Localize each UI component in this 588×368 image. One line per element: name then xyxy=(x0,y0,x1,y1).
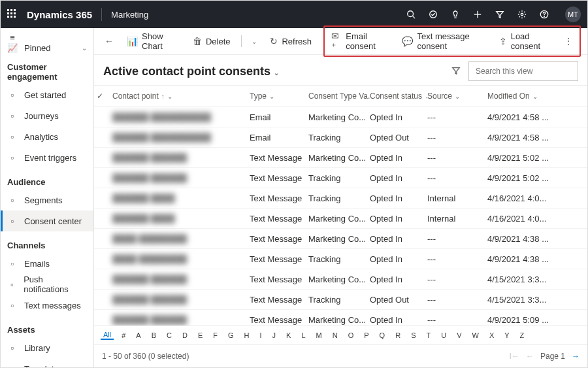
load-consent-button[interactable]: ⇪Load consent xyxy=(495,29,557,54)
first-page-button[interactable]: I← xyxy=(510,352,519,361)
cell-source: Internal xyxy=(427,214,487,224)
alpha-T[interactable]: T xyxy=(423,331,433,339)
alpha-Z[interactable]: Z xyxy=(517,331,527,339)
alpha-F[interactable]: F xyxy=(210,331,220,339)
alpha-K[interactable]: K xyxy=(284,331,293,339)
search-field[interactable] xyxy=(474,66,575,76)
table-row[interactable]: ██████ ██████Text MessageTrackingOpted I… xyxy=(94,168,587,188)
alpha-E[interactable]: E xyxy=(195,331,205,339)
cell-consent-type-value: Marketing Co... xyxy=(308,153,370,163)
sidebar-item-journeys[interactable]: ▫Journeys xyxy=(1,105,93,126)
lightbulb-icon[interactable] xyxy=(450,9,461,20)
add-icon[interactable] xyxy=(472,9,483,20)
sidebar-group-header: Customer engagement xyxy=(1,53,93,84)
alpha-#[interactable]: # xyxy=(119,331,128,339)
alpha-S[interactable]: S xyxy=(408,331,418,339)
search-input[interactable] xyxy=(468,61,578,81)
grid-body[interactable]: ██████ ██████████EmailMarketing Co...Opt… xyxy=(94,107,587,326)
filter-icon[interactable] xyxy=(495,9,505,20)
col-contact-point[interactable]: Contact point↑⌄ xyxy=(112,92,250,101)
table-row[interactable]: ██████ ██████Text MessageTrackingOpted O… xyxy=(94,290,587,310)
app-launcher-icon[interactable] xyxy=(7,9,18,20)
sidebar-item-templates[interactable]: ▫Templates xyxy=(1,358,93,367)
alpha-C[interactable]: C xyxy=(164,331,174,339)
alpha-H[interactable]: H xyxy=(242,331,252,339)
sidebar-item-segments[interactable]: ▫Segments xyxy=(1,190,93,210)
alpha-B[interactable]: B xyxy=(149,331,159,339)
sidebar-item-consent-center[interactable]: ▫Consent center xyxy=(1,210,93,231)
more-commands-button[interactable]: ⋮ xyxy=(560,33,577,49)
cell-consent-type-value: Marketing Co... xyxy=(308,214,370,224)
table-row[interactable]: ██████ ██████████EmailMarketing Co...Opt… xyxy=(94,107,587,127)
text-consent-button[interactable]: 💬Text message consent xyxy=(398,29,492,54)
alpha-N[interactable]: N xyxy=(330,331,340,339)
show-chart-button[interactable]: 📊Show Chart xyxy=(123,29,184,54)
select-all[interactable]: ✓ xyxy=(97,92,112,101)
alpha-Y[interactable]: Y xyxy=(502,331,512,339)
help-icon[interactable] xyxy=(539,9,549,20)
avatar[interactable]: MT xyxy=(565,7,581,22)
back-button[interactable]: ← xyxy=(101,33,118,49)
col-consent-type-value[interactable]: Consent Type Va...⌄ xyxy=(308,92,370,101)
table-row[interactable]: ██████ ████Text MessageMarketing Co...Op… xyxy=(94,209,587,229)
alpha-All[interactable]: All xyxy=(101,331,114,340)
cell-source: --- xyxy=(427,234,487,244)
cell-contact-point: ██████ ████ xyxy=(112,193,250,203)
alpha-W[interactable]: W xyxy=(470,331,482,339)
cell-consent-status: Opted In xyxy=(370,275,427,284)
sidebar-item-get-started[interactable]: ▫Get started xyxy=(1,84,93,105)
hamburger-button[interactable]: ≡ xyxy=(1,32,93,42)
sidebar-item-event-triggers[interactable]: ▫Event triggers xyxy=(1,147,93,168)
table-row[interactable]: ██████ ████Text MessageTrackingOpted InI… xyxy=(94,188,587,209)
view-title[interactable]: Active contact point consents ⌄ xyxy=(103,65,279,78)
sidebar-group-header: Audience xyxy=(1,168,93,190)
cell-consent-status: Opted In xyxy=(370,173,427,183)
cell-contact-point: ██████ ██████ xyxy=(112,275,250,284)
alpha-J[interactable]: J xyxy=(270,331,279,339)
gear-icon[interactable] xyxy=(517,9,527,20)
alpha-P[interactable]: P xyxy=(361,331,371,339)
sidebar-item-text-messages[interactable]: ▫Text messages xyxy=(1,295,93,316)
email-consent-button[interactable]: ✉⁺Email consent xyxy=(327,28,396,54)
table-row[interactable]: ████ ████████Text MessageMarketing Co...… xyxy=(94,229,587,249)
cell-contact-point: ██████ ████ xyxy=(112,214,250,224)
chevron-down-icon: ⌄ xyxy=(274,69,279,76)
table-row[interactable]: ██████ ██████Text MessageMarketing Co...… xyxy=(94,148,587,168)
cell-consent-status: Opted Out xyxy=(370,133,427,142)
next-page-button[interactable]: → xyxy=(572,352,580,361)
alpha-L[interactable]: L xyxy=(299,331,308,339)
col-type[interactable]: Type⌄ xyxy=(250,92,308,101)
filter-icon[interactable] xyxy=(451,66,461,77)
alpha-U[interactable]: U xyxy=(438,331,449,339)
alpha-M[interactable]: M xyxy=(314,331,325,339)
sidebar-item-emails[interactable]: ▫Emails xyxy=(1,253,93,274)
alpha-I[interactable]: I xyxy=(257,331,265,339)
prev-page-button[interactable]: ← xyxy=(526,352,534,361)
pinned-section[interactable]: 📈Pinned ⌄ xyxy=(1,42,93,53)
cell-modified-on: 4/9/2021 4:38 ... xyxy=(487,234,566,244)
sidebar-item-push-notifications[interactable]: ▫Push notifications xyxy=(1,274,93,295)
table-row[interactable]: ██████ ██████████EmailTrackingOpted Out-… xyxy=(94,127,587,148)
alpha-A[interactable]: A xyxy=(133,331,143,339)
delete-button[interactable]: 🗑Delete xyxy=(189,33,235,49)
table-row[interactable]: ██████ ██████Text MessageMarketing Co...… xyxy=(94,310,587,326)
assistant-icon[interactable] xyxy=(428,9,438,20)
alpha-G[interactable]: G xyxy=(225,331,237,339)
col-modified-on[interactable]: Modified On⌄ xyxy=(487,92,566,101)
table-row[interactable]: ██████ ██████Text MessageMarketing Co...… xyxy=(94,269,587,290)
delete-split-button[interactable]: ⌄ xyxy=(248,35,261,48)
col-consent-status[interactable]: Consent status⌄ xyxy=(370,92,427,101)
alpha-R[interactable]: R xyxy=(393,331,403,339)
segments-icon: ▫ xyxy=(7,195,18,205)
alpha-O[interactable]: O xyxy=(346,331,357,339)
search-icon[interactable] xyxy=(406,9,416,20)
table-row[interactable]: ████ ████████Text MessageTrackingOpted I… xyxy=(94,249,587,269)
alpha-V[interactable]: V xyxy=(454,331,464,339)
refresh-button[interactable]: ↻Refresh xyxy=(266,33,316,49)
col-source[interactable]: Source⌄ xyxy=(427,92,487,101)
alpha-Q[interactable]: Q xyxy=(377,331,388,339)
alpha-X[interactable]: X xyxy=(487,331,497,339)
alpha-D[interactable]: D xyxy=(180,331,190,339)
sidebar-item-library[interactable]: ▫Library xyxy=(1,337,93,358)
sidebar-item-analytics[interactable]: ▫Analytics xyxy=(1,126,93,147)
